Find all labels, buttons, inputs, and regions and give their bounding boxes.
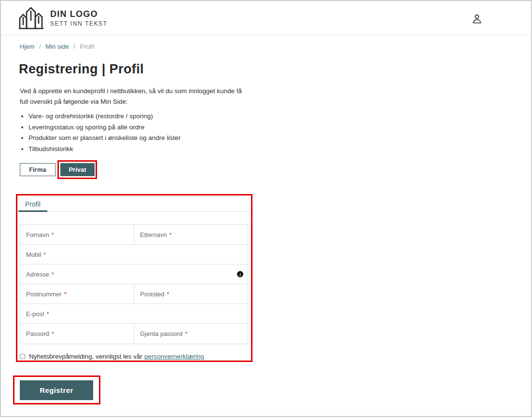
input-adresse[interactable]: Adresse * i (20, 264, 248, 284)
newsletter-checkbox[interactable] (20, 354, 25, 359)
logo-subtitle: SETT INN TEKST (50, 20, 108, 27)
required-marker: * (169, 231, 172, 238)
required-marker: * (52, 271, 54, 278)
required-marker: * (64, 291, 67, 298)
breadcrumb-link-hjem[interactable]: Hjem (20, 43, 34, 50)
breadcrumb-current: Profil (80, 43, 95, 50)
logo-buildings-icon (18, 6, 44, 29)
input-poststed[interactable]: Poststed * (134, 284, 248, 304)
form-row: E-post * (20, 304, 248, 324)
benefit-item: Leveringsstatus og sporing på alle ordre (28, 123, 251, 132)
tab-profil[interactable]: Profil (25, 200, 41, 208)
input-mobil[interactable]: Mobil * (20, 245, 248, 264)
tab-divider (18, 211, 249, 212)
required-marker: * (52, 231, 54, 238)
breadcrumb: Hjem / Min side / Profil (20, 43, 94, 50)
newsletter-label: Nyhetsbrevpåmelding, vennligst les vår (29, 353, 142, 360)
required-marker: * (167, 291, 169, 298)
profile-form: Fornavn * Etternavn * Mobil * Adresse * … (20, 224, 248, 344)
breadcrumb-separator: / (39, 43, 41, 50)
page: DIN LOGO SETT INN TEKST Hjem / Min side … (0, 0, 532, 417)
field-label: Adresse (26, 271, 49, 278)
form-row: Adresse * i (20, 264, 248, 284)
required-marker: * (43, 251, 46, 258)
required-marker: * (185, 330, 187, 337)
benefit-item: Tilbudshistorikk (28, 145, 251, 153)
logo-title: DIN LOGO (50, 9, 108, 19)
breadcrumb-link-min-side[interactable]: Min side (45, 43, 69, 50)
page-title: Registrering | Profil (19, 62, 144, 77)
field-label: Postnummer (26, 291, 62, 298)
input-gjenta-passord[interactable]: Gjenta passord * (134, 324, 248, 344)
input-postnummer[interactable]: Postnummer * (20, 284, 134, 304)
intro-text: Ved å opprette en kundeprofil i nettbuti… (20, 86, 251, 107)
input-passord[interactable]: Passord * (20, 324, 134, 344)
privacy-policy-link[interactable]: personvernerklæring (144, 353, 204, 360)
register-button[interactable]: Registrer (20, 380, 93, 400)
logo-text: DIN LOGO SETT INN TEKST (50, 9, 108, 27)
field-label: Passord (26, 330, 49, 337)
field-label: Poststed (140, 291, 165, 298)
field-label: Mobil (26, 251, 41, 258)
breadcrumb-separator: / (73, 43, 75, 50)
form-row: Fornavn * Etternavn * (20, 225, 248, 245)
info-icon[interactable]: i (237, 271, 243, 278)
required-marker: * (52, 330, 54, 337)
form-row: Postnummer * Poststed * (20, 284, 248, 304)
newsletter-row: Nyhetsbrevpåmelding, vennligst les vår p… (20, 353, 204, 360)
privat-tab-button[interactable]: Privat (60, 163, 95, 176)
input-fornavn[interactable]: Fornavn * (20, 225, 134, 244)
form-row: Mobil * (20, 245, 248, 264)
input-epost[interactable]: E-post * (20, 304, 248, 323)
required-marker: * (47, 310, 49, 318)
form-row: Passord * Gjenta passord * (20, 324, 248, 344)
benefits-list: Vare- og ordrehistorikk (restordre / spo… (28, 112, 251, 156)
field-label: E-post (26, 310, 44, 318)
benefit-item: Produkter som er plassert i ønskeliste o… (28, 134, 251, 142)
field-label: Etternavn (140, 231, 167, 238)
tab-active-underline (18, 210, 47, 212)
firma-tab-button[interactable]: Firma (20, 163, 56, 176)
logo[interactable]: DIN LOGO SETT INN TEKST (18, 6, 108, 29)
input-etternavn[interactable]: Etternavn * (134, 225, 248, 244)
account-icon[interactable] (471, 13, 483, 25)
field-label: Gjenta passord (140, 330, 182, 337)
benefit-item: Vare- og ordrehistorikk (restordre / spo… (28, 112, 251, 121)
field-label: Fornavn (26, 231, 49, 238)
header: DIN LOGO SETT INN TEKST (1, 1, 531, 35)
